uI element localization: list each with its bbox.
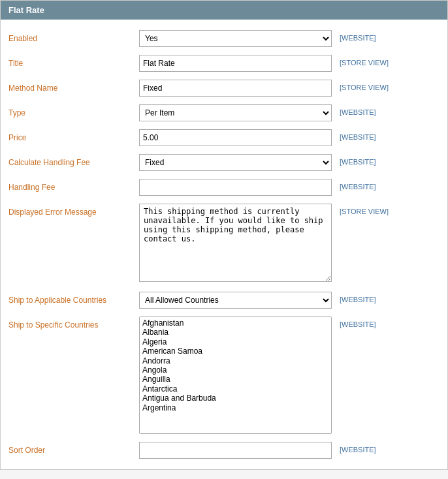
label-price: Price xyxy=(8,129,139,144)
label-enabled: Enabled xyxy=(8,30,139,44)
scope-price: [WEBSITE] xyxy=(332,129,376,141)
control-price xyxy=(139,129,332,146)
textarea-error-message[interactable]: This shipping method is currently unavai… xyxy=(139,204,332,282)
label-method-name: Method Name xyxy=(8,80,139,94)
row-method-name: Method Name [STORE VIEW] xyxy=(1,76,447,100)
control-enabled: Yes No xyxy=(139,30,332,47)
select-ship-specific-countries[interactable]: AfghanistanAlbaniaAlgeriaAmerican SamoaA… xyxy=(139,317,332,434)
scope-enabled: [WEBSITE] xyxy=(332,30,376,42)
control-handling-fee xyxy=(139,179,332,196)
scope-title: [STORE VIEW] xyxy=(332,55,389,67)
input-handling-fee[interactable] xyxy=(139,179,332,196)
row-ship-applicable-countries: Ship to Applicable Countries All Allowed… xyxy=(1,288,447,313)
row-calculate-handling-fee: Calculate Handling Fee Fixed Percent [WE… xyxy=(1,150,447,175)
scope-handling-fee: [WEBSITE] xyxy=(332,179,376,191)
input-price[interactable] xyxy=(139,129,332,146)
row-enabled: Enabled Yes No [WEBSITE] xyxy=(1,26,447,51)
panel-title: Flat Rate xyxy=(1,1,447,20)
input-method-name[interactable] xyxy=(139,80,332,97)
scope-sort-order: [WEBSITE] xyxy=(332,442,376,454)
scope-ship-specific-countries: [WEBSITE] xyxy=(332,317,376,328)
control-sort-order xyxy=(139,442,332,459)
flat-rate-panel: Flat Rate Enabled Yes No [WEBSITE] Title… xyxy=(0,0,448,470)
scope-type: [WEBSITE] xyxy=(332,104,376,116)
label-title: Title xyxy=(8,55,139,69)
control-calculate-handling-fee: Fixed Percent xyxy=(139,154,332,171)
scope-error-message: [STORE VIEW] xyxy=(332,204,389,215)
control-type: Per Item Per Order xyxy=(139,104,332,121)
control-ship-specific-countries: AfghanistanAlbaniaAlgeriaAmerican SamoaA… xyxy=(139,317,332,434)
scope-calculate-handling-fee: [WEBSITE] xyxy=(332,154,376,166)
label-ship-specific-countries: Ship to Specific Countries xyxy=(8,317,139,331)
label-handling-fee: Handling Fee xyxy=(8,179,139,193)
label-type: Type xyxy=(8,104,139,119)
control-ship-applicable-countries: All Allowed Countries Specific Countries xyxy=(139,292,332,309)
scope-ship-applicable-countries: [WEBSITE] xyxy=(332,292,376,303)
select-ship-applicable-countries[interactable]: All Allowed Countries Specific Countries xyxy=(139,292,332,309)
input-sort-order[interactable] xyxy=(139,442,332,459)
label-sort-order: Sort Order xyxy=(8,442,139,456)
scope-method-name: [STORE VIEW] xyxy=(332,80,389,91)
panel-body: Enabled Yes No [WEBSITE] Title [STORE VI… xyxy=(1,20,447,469)
label-ship-applicable-countries: Ship to Applicable Countries xyxy=(8,292,139,306)
row-sort-order: Sort Order [WEBSITE] xyxy=(1,438,447,463)
row-title: Title [STORE VIEW] xyxy=(1,51,447,76)
select-calculate-handling-fee[interactable]: Fixed Percent xyxy=(139,154,332,171)
row-error-message: Displayed Error Message This shipping me… xyxy=(1,200,447,288)
row-ship-specific-countries: Ship to Specific Countries AfghanistanAl… xyxy=(1,313,447,438)
select-type[interactable]: Per Item Per Order xyxy=(139,104,332,121)
input-title[interactable] xyxy=(139,55,332,72)
control-title xyxy=(139,55,332,72)
row-type: Type Per Item Per Order [WEBSITE] xyxy=(1,100,447,125)
control-error-message: This shipping method is currently unavai… xyxy=(139,204,332,284)
label-error-message: Displayed Error Message xyxy=(8,204,139,218)
row-handling-fee: Handling Fee [WEBSITE] xyxy=(1,175,447,200)
label-calculate-handling-fee: Calculate Handling Fee xyxy=(8,154,139,168)
row-price: Price [WEBSITE] xyxy=(1,125,447,150)
control-method-name xyxy=(139,80,332,97)
select-enabled[interactable]: Yes No xyxy=(139,30,332,47)
